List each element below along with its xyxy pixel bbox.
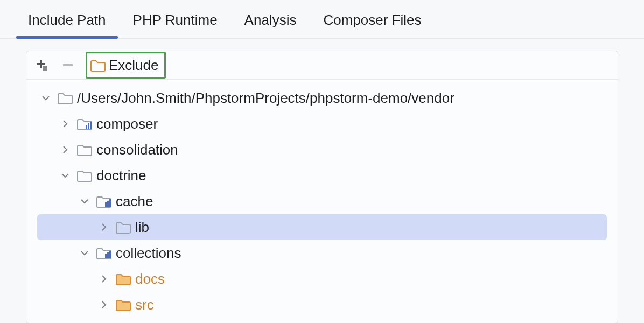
tree-row-docs[interactable]: docs: [26, 266, 618, 292]
tree-row-label: composer: [96, 116, 158, 132]
folder-icon: [116, 221, 131, 234]
svg-rect-8: [107, 201, 109, 207]
toolbar: Exclude: [26, 51, 618, 80]
folder-icon: [77, 169, 92, 182]
tab-php-runtime[interactable]: PHP Runtime: [133, 12, 218, 38]
chevron-right-icon[interactable]: [96, 223, 111, 231]
svg-rect-6: [90, 122, 92, 129]
folder-excluded-icon: [90, 59, 106, 72]
tree-row-collections[interactable]: collections: [26, 240, 618, 266]
chevron-right-icon[interactable]: [58, 145, 73, 154]
svg-rect-3: [63, 64, 73, 66]
tabs-bar: Include Path PHP Runtime Analysis Compos…: [0, 0, 644, 39]
tree-row-label: docs: [135, 271, 165, 287]
include-path-panel: Exclude /Users/John.Smith/PhpstormProjec…: [26, 51, 618, 323]
tab-include-path[interactable]: Include Path: [28, 12, 106, 38]
add-path-button[interactable]: [32, 55, 52, 75]
svg-rect-7: [105, 202, 107, 207]
tab-composer-files[interactable]: Composer Files: [323, 12, 421, 38]
svg-rect-9: [109, 199, 111, 207]
chevron-right-icon[interactable]: [96, 300, 111, 309]
chevron-right-icon[interactable]: [58, 120, 73, 128]
tree-row-consolidation[interactable]: consolidation: [26, 137, 618, 163]
folder-icon: [77, 143, 92, 156]
svg-rect-2: [43, 66, 47, 71]
folder-source-icon: [77, 117, 92, 130]
svg-rect-10: [105, 254, 107, 258]
tree-row-label: collections: [116, 245, 181, 262]
exclude-button-label: Exclude: [109, 57, 159, 74]
svg-rect-5: [88, 123, 89, 129]
chevron-right-icon[interactable]: [96, 275, 111, 283]
tab-analysis[interactable]: Analysis: [244, 12, 297, 38]
svg-rect-4: [86, 125, 87, 129]
tree-row-composer[interactable]: composer: [26, 111, 618, 137]
svg-rect-12: [109, 251, 111, 258]
tree-row-src[interactable]: src: [26, 292, 618, 318]
folder-excluded-icon: [116, 272, 131, 285]
folder-source-icon: [96, 195, 111, 208]
directory-tree: /Users/John.Smith/PhpstormProjects/phpst…: [26, 80, 618, 323]
chevron-down-icon[interactable]: [77, 249, 92, 257]
tree-row-label: doctrine: [96, 167, 146, 184]
remove-path-button[interactable]: [58, 55, 78, 75]
tree-row-label: consolidation: [96, 142, 178, 158]
tree-row-label: lib: [135, 219, 149, 236]
tree-root-row[interactable]: /Users/John.Smith/PhpstormProjects/phpst…: [26, 85, 618, 111]
tree-row-cache[interactable]: cache: [26, 188, 618, 214]
tree-root-label: /Users/John.Smith/PhpstormProjects/phpst…: [77, 90, 454, 107]
chevron-down-icon[interactable]: [77, 197, 92, 206]
exclude-button[interactable]: Exclude: [86, 52, 166, 79]
folder-source-icon: [96, 247, 111, 259]
chevron-down-icon[interactable]: [58, 171, 73, 180]
svg-rect-1: [37, 63, 45, 65]
remove-icon: [61, 59, 74, 72]
tree-row-label: src: [135, 297, 154, 313]
chevron-down-icon[interactable]: [38, 94, 53, 102]
tree-row-label: cache: [116, 193, 153, 210]
folder-excluded-icon: [116, 298, 131, 311]
folder-icon: [58, 92, 73, 104]
tree-row-doctrine[interactable]: doctrine: [26, 163, 618, 188]
add-icon: [36, 59, 48, 72]
tree-row-lib[interactable]: lib: [37, 214, 607, 240]
svg-rect-11: [107, 252, 109, 258]
